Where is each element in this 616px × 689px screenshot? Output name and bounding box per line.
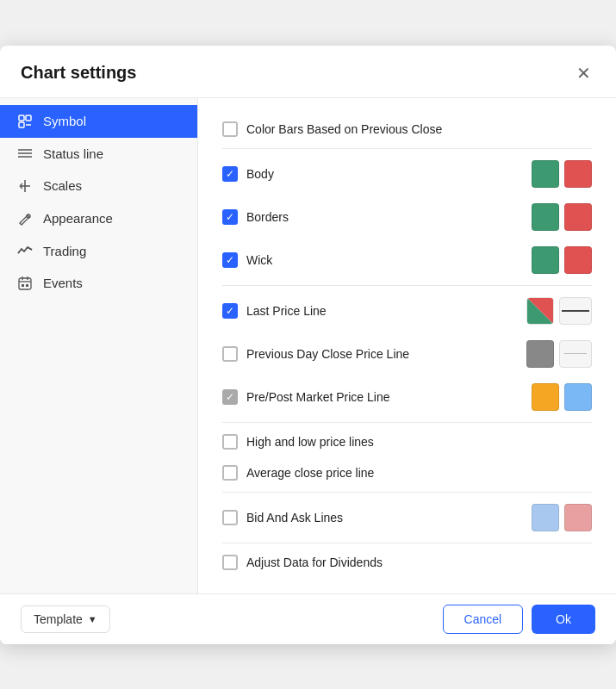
label-bid-ask: Bid And Ask Lines — [246, 511, 523, 525]
checkbox-prev-day-close[interactable] — [222, 346, 238, 362]
content-area: Color Bars Based on Previous Close ✓ Bod… — [198, 98, 616, 593]
checkbox-dividends[interactable] — [222, 555, 238, 570]
dialog-header: Chart settings ✕ — [0, 46, 616, 98]
ok-button[interactable]: Ok — [532, 605, 595, 634]
swatch-borders-red[interactable] — [564, 203, 592, 231]
label-body: Body — [246, 167, 523, 181]
sidebar-item-symbol[interactable]: Symbol — [0, 105, 197, 138]
line-dash-light — [564, 353, 587, 354]
row-bid-ask: Bid And Ask Lines — [222, 496, 592, 539]
swatch-body-red[interactable] — [564, 160, 592, 188]
svg-rect-1 — [26, 115, 31, 121]
close-button[interactable]: ✕ — [571, 61, 595, 85]
checkbox-color-bars[interactable] — [222, 121, 238, 137]
label-high-low: High and low price lines — [246, 435, 592, 449]
row-pre-post-market: ✓ Pre/Post Market Price Line — [222, 376, 592, 419]
status-line-icon — [16, 147, 34, 159]
swatch-prev-day-gray[interactable] — [526, 340, 554, 368]
scales-icon — [16, 178, 34, 194]
divider-5 — [222, 543, 592, 543]
swatch-bid-ask-blue[interactable] — [532, 504, 559, 531]
swatches-borders — [532, 203, 592, 231]
dialog-title: Chart settings — [21, 63, 136, 83]
appearance-icon — [16, 211, 34, 227]
label-dividends: Adjust Data for Dividends — [246, 556, 592, 569]
checkbox-body[interactable]: ✓ — [222, 166, 238, 182]
swatch-body-green[interactable] — [532, 160, 559, 188]
trading-icon — [16, 245, 34, 257]
line-style-last-price[interactable] — [559, 297, 592, 325]
sidebar-item-scales-label: Scales — [43, 178, 82, 193]
swatches-last-price-line — [526, 297, 592, 325]
label-pre-post-market: Pre/Post Market Price Line — [246, 390, 523, 404]
row-dividends: Adjust Data for Dividends — [222, 547, 592, 578]
divider-3 — [222, 422, 592, 423]
label-avg-close: Average close price line — [246, 466, 592, 480]
sidebar-item-appearance[interactable]: Appearance — [0, 202, 197, 235]
template-button[interactable]: Template ▼ — [21, 605, 110, 633]
sidebar-item-status-line[interactable]: Status line — [0, 138, 197, 170]
swatch-borders-green[interactable] — [532, 203, 559, 231]
label-prev-day-close: Previous Day Close Price Line — [246, 347, 518, 361]
dialog-footer: Template ▼ Cancel Ok — [0, 593, 616, 644]
label-last-price-line: Last Price Line — [246, 304, 518, 318]
sidebar-item-trading[interactable]: Trading — [0, 235, 197, 267]
label-borders: Borders — [246, 210, 523, 224]
swatches-bid-ask — [532, 504, 592, 531]
symbol-icon — [16, 114, 34, 129]
checkbox-pre-post-market[interactable]: ✓ — [222, 389, 238, 405]
close-icon: ✕ — [576, 63, 591, 84]
checkbox-wick[interactable]: ✓ — [222, 252, 238, 268]
swatches-wick — [532, 246, 592, 274]
swatches-prev-day-close — [526, 340, 592, 368]
sidebar-item-events-label: Events — [43, 276, 83, 290]
row-avg-close: Average close price line — [222, 457, 592, 488]
swatch-wick-green[interactable] — [532, 246, 559, 274]
row-body: ✓ Body — [222, 152, 592, 196]
checkbox-bid-ask[interactable] — [222, 510, 238, 525]
checkbox-avg-close[interactable] — [222, 465, 238, 481]
svg-rect-17 — [26, 284, 28, 287]
sidebar-item-symbol-label: Symbol — [43, 114, 86, 128]
row-borders: ✓ Borders — [222, 196, 592, 239]
swatch-pre-post-orange[interactable] — [532, 383, 559, 411]
svg-rect-2 — [19, 122, 24, 127]
sidebar-item-scales[interactable]: Scales — [0, 170, 197, 202]
svg-rect-0 — [19, 115, 24, 121]
row-high-low: High and low price lines — [222, 426, 592, 457]
cancel-button[interactable]: Cancel — [443, 605, 524, 634]
divider-2 — [222, 285, 592, 286]
sidebar-item-trading-label: Trading — [43, 244, 86, 258]
swatches-pre-post-market — [532, 383, 592, 411]
line-style-prev-day[interactable] — [559, 340, 592, 368]
checkbox-high-low[interactable] — [222, 434, 238, 450]
checkmark-body: ✓ — [226, 169, 234, 179]
chart-settings-dialog: Chart settings ✕ Symbol — [0, 46, 616, 644]
swatch-wick-red[interactable] — [564, 246, 592, 274]
label-color-bars: Color Bars Based on Previous Close — [246, 122, 592, 136]
swatch-bid-ask-red[interactable] — [564, 504, 592, 531]
swatch-pre-post-blue[interactable] — [564, 383, 592, 411]
checkmark-pre-post-market: ✓ — [226, 392, 234, 402]
swatch-last-price-half[interactable] — [526, 297, 554, 325]
swatches-body — [532, 160, 592, 188]
dialog-body: Symbol Status line — [0, 98, 616, 593]
divider-1 — [222, 148, 592, 149]
row-last-price-line: ✓ Last Price Line — [222, 289, 592, 332]
footer-actions: Cancel Ok — [443, 605, 595, 634]
chevron-down-icon: ▼ — [88, 614, 97, 624]
checkmark-wick: ✓ — [226, 255, 234, 265]
row-prev-day-close: Previous Day Close Price Line — [222, 332, 592, 376]
row-color-bars: Color Bars Based on Previous Close — [222, 114, 592, 145]
label-wick: Wick — [246, 253, 523, 267]
sidebar-item-events[interactable]: Events — [0, 267, 197, 300]
events-icon — [16, 276, 34, 291]
row-wick: ✓ Wick — [222, 239, 592, 282]
svg-rect-12 — [19, 278, 31, 289]
checkbox-borders[interactable]: ✓ — [222, 209, 238, 225]
line-dash-solid — [562, 310, 589, 312]
svg-rect-16 — [22, 284, 24, 287]
template-label: Template — [34, 612, 83, 626]
checkbox-last-price-line[interactable]: ✓ — [222, 303, 238, 319]
checkmark-last-price-line: ✓ — [226, 306, 234, 316]
